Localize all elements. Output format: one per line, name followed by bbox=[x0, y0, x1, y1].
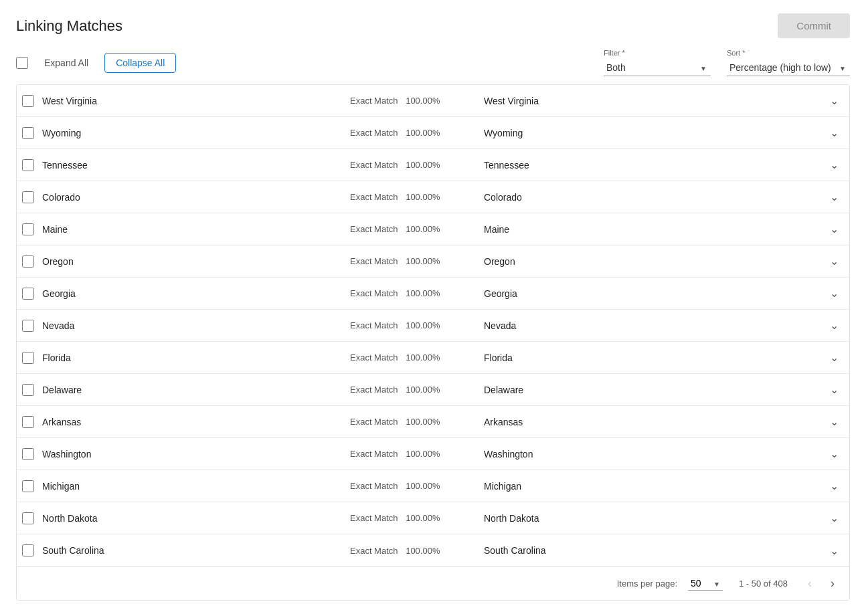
page-title: Linking Matches bbox=[16, 17, 122, 35]
filter-label: Filter * bbox=[604, 49, 711, 57]
row-expand-button[interactable]: ⌄ bbox=[825, 220, 844, 238]
match-percentage: 100.00% bbox=[406, 352, 440, 363]
match-percentage: 100.00% bbox=[406, 160, 440, 170]
match-type: Exact Match bbox=[350, 513, 398, 523]
row-checkbox[interactable] bbox=[22, 191, 34, 203]
row-expand-button[interactable]: ⌄ bbox=[825, 284, 844, 302]
matches-table: West Virginia Exact Match 100.00% West V… bbox=[16, 84, 850, 601]
match-type: Exact Match bbox=[350, 256, 398, 266]
pagination-info: 1 - 50 of 408 bbox=[739, 579, 788, 589]
table-row: Nevada Exact Match 100.00% Nevada ⌄ bbox=[17, 310, 849, 342]
row-match-info: Exact Match 100.00% bbox=[350, 385, 484, 395]
row-match-info: Exact Match 100.00% bbox=[350, 417, 484, 427]
row-checkbox[interactable] bbox=[22, 416, 34, 428]
row-checkbox[interactable] bbox=[22, 127, 34, 139]
row-left-value: West Virginia bbox=[42, 96, 350, 106]
row-match-info: Exact Match 100.00% bbox=[350, 352, 484, 363]
row-left-value: Washington bbox=[42, 449, 350, 459]
match-type: Exact Match bbox=[350, 160, 398, 170]
match-type: Exact Match bbox=[350, 320, 398, 330]
match-type: Exact Match bbox=[350, 481, 398, 491]
row-right-value: Florida bbox=[484, 352, 825, 363]
match-percentage: 100.00% bbox=[406, 417, 440, 427]
row-match-info: Exact Match 100.00% bbox=[350, 224, 484, 234]
row-match-info: Exact Match 100.00% bbox=[350, 546, 484, 556]
row-checkbox[interactable] bbox=[22, 159, 34, 171]
expand-all-button[interactable]: Expand All bbox=[39, 55, 94, 71]
table-row: Michigan Exact Match 100.00% Michigan ⌄ bbox=[17, 470, 849, 502]
match-percentage: 100.00% bbox=[406, 288, 440, 298]
match-percentage: 100.00% bbox=[406, 449, 440, 459]
match-percentage: 100.00% bbox=[406, 320, 440, 330]
match-type: Exact Match bbox=[350, 288, 398, 298]
commit-button[interactable]: Commit bbox=[778, 13, 850, 38]
table-row: Tennessee Exact Match 100.00% Tennessee … bbox=[17, 149, 849, 181]
filter-select[interactable]: Both Matched Unmatched bbox=[604, 60, 711, 76]
match-type: Exact Match bbox=[350, 546, 398, 556]
table-row: North Dakota Exact Match 100.00% North D… bbox=[17, 502, 849, 534]
row-expand-button[interactable]: ⌄ bbox=[825, 316, 844, 334]
row-right-value: North Dakota bbox=[484, 513, 825, 524]
row-match-info: Exact Match 100.00% bbox=[350, 96, 484, 106]
match-percentage: 100.00% bbox=[406, 128, 440, 138]
row-right-value: Colorado bbox=[484, 192, 825, 203]
row-expand-button[interactable]: ⌄ bbox=[825, 188, 844, 206]
row-match-info: Exact Match 100.00% bbox=[350, 256, 484, 266]
row-left-value: Florida bbox=[42, 352, 350, 363]
row-expand-button[interactable]: ⌄ bbox=[825, 381, 844, 399]
row-expand-button[interactable]: ⌄ bbox=[825, 348, 844, 367]
table-row: Florida Exact Match 100.00% Florida ⌄ bbox=[17, 342, 849, 374]
items-per-page-select[interactable]: 10 25 50 100 bbox=[688, 577, 723, 591]
match-type: Exact Match bbox=[350, 224, 398, 234]
table-row: Oregon Exact Match 100.00% Oregon ⌄ bbox=[17, 245, 849, 278]
row-left-value: Arkansas bbox=[42, 417, 350, 427]
sort-select[interactable]: Percentage (high to low) Percentage (low… bbox=[727, 60, 850, 76]
match-type: Exact Match bbox=[350, 96, 398, 106]
table-row: Wyoming Exact Match 100.00% Wyoming ⌄ bbox=[17, 117, 849, 149]
row-checkbox[interactable] bbox=[22, 95, 34, 107]
row-checkbox[interactable] bbox=[22, 255, 34, 268]
match-type: Exact Match bbox=[350, 449, 398, 459]
row-expand-button[interactable]: ⌄ bbox=[825, 252, 844, 270]
pagination-prev-button[interactable]: ‹ bbox=[804, 575, 816, 592]
row-expand-button[interactable]: ⌄ bbox=[825, 542, 844, 560]
match-percentage: 100.00% bbox=[406, 192, 440, 202]
row-right-value: Arkansas bbox=[484, 417, 825, 427]
table-row: Georgia Exact Match 100.00% Georgia ⌄ bbox=[17, 278, 849, 310]
row-right-value: Delaware bbox=[484, 385, 825, 395]
row-expand-button[interactable]: ⌄ bbox=[825, 445, 844, 463]
match-percentage: 100.00% bbox=[406, 224, 440, 234]
table-row: Colorado Exact Match 100.00% Colorado ⌄ bbox=[17, 181, 849, 213]
match-type: Exact Match bbox=[350, 352, 398, 363]
row-checkbox[interactable] bbox=[22, 384, 34, 396]
row-expand-button[interactable]: ⌄ bbox=[825, 92, 844, 110]
row-checkbox[interactable] bbox=[22, 320, 34, 332]
row-checkbox[interactable] bbox=[22, 288, 34, 300]
row-match-info: Exact Match 100.00% bbox=[350, 192, 484, 202]
match-type: Exact Match bbox=[350, 385, 398, 395]
row-expand-button[interactable]: ⌄ bbox=[825, 509, 844, 527]
row-expand-button[interactable]: ⌄ bbox=[825, 124, 844, 142]
row-left-value: Colorado bbox=[42, 192, 350, 203]
row-expand-button[interactable]: ⌄ bbox=[825, 477, 844, 495]
pagination-next-button[interactable]: › bbox=[827, 575, 839, 592]
row-checkbox[interactable] bbox=[22, 223, 34, 235]
row-left-value: Tennessee bbox=[42, 160, 350, 171]
row-right-value: Oregon bbox=[484, 256, 825, 267]
row-right-value: Washington bbox=[484, 449, 825, 459]
row-checkbox[interactable] bbox=[22, 448, 34, 460]
collapse-all-button[interactable]: Collapse All bbox=[104, 53, 176, 73]
row-expand-button[interactable]: ⌄ bbox=[825, 413, 844, 431]
select-all-checkbox[interactable] bbox=[16, 57, 28, 69]
row-checkbox[interactable] bbox=[22, 480, 34, 492]
row-checkbox[interactable] bbox=[22, 544, 34, 556]
row-left-value: South Carolina bbox=[42, 545, 350, 556]
row-checkbox[interactable] bbox=[22, 512, 34, 524]
row-right-value: Georgia bbox=[484, 288, 825, 299]
match-type: Exact Match bbox=[350, 128, 398, 138]
row-left-value: Georgia bbox=[42, 288, 350, 299]
table-row: Arkansas Exact Match 100.00% Arkansas ⌄ bbox=[17, 406, 849, 438]
row-expand-button[interactable]: ⌄ bbox=[825, 156, 844, 174]
row-match-info: Exact Match 100.00% bbox=[350, 160, 484, 170]
row-checkbox[interactable] bbox=[22, 352, 34, 364]
